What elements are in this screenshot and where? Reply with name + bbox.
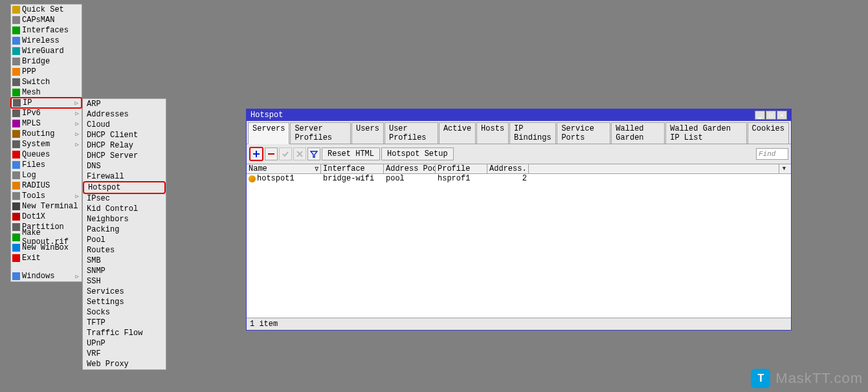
tab-active[interactable]: Active [439,122,476,144]
table-row[interactable]: hotspot1 bridge-wifi pool hsprof1 2 [247,174,791,183]
submenu-item-web-proxy[interactable]: Web Proxy [83,359,166,369]
svg-rect-1 [253,153,260,155]
submenu-item-dhcp-relay[interactable]: DHCP Relay [83,140,166,151]
grid-body[interactable]: hotspot1 bridge-wifi pool hsprof1 2 [247,174,791,318]
sidebar-item-label: Dot1X [22,212,45,221]
sidebar-item-log[interactable]: Log [11,170,82,180]
disable-button[interactable] [293,147,306,160]
wg-icon [12,47,20,55]
watermark: T MaskTT.com [751,369,863,388]
submenu-item-tftp[interactable]: TFTP [83,318,166,328]
submenu-item-upnp[interactable]: UPnP [83,338,166,349]
submenu-item-routes[interactable]: Routes [83,245,166,256]
close-button[interactable]: ✕ [777,111,787,120]
tab-server-profiles[interactable]: Server Profiles [290,122,351,144]
minimize-button[interactable]: ▁ [755,111,765,120]
tab-ip-bindings[interactable]: IP Bindings [509,122,556,144]
submenu-item-settings[interactable]: Settings [83,297,166,307]
tab-cookies[interactable]: Cookies [748,122,789,144]
winbox-icon [12,244,20,252]
submenu-item-packing[interactable]: Packing [83,224,166,235]
submenu-item-hotspot[interactable]: Hotspot [83,181,166,194]
sidebar-item-system[interactable]: System▷ [11,139,82,149]
submenu-item-dhcp-server[interactable]: DHCP Server [83,151,166,161]
column-address-pool[interactable]: Address Pool [384,164,436,173]
sidebar-item-routing[interactable]: Routing▷ [11,129,82,139]
submenu-item-dns[interactable]: DNS [83,161,166,171]
maximize-button[interactable]: ▢ [766,111,776,120]
submenu-item-cloud[interactable]: Cloud [83,120,166,130]
find-input[interactable]: Find [756,148,788,160]
sidebar-item-tools[interactable]: Tools▷ [11,191,82,201]
tab-user-profiles[interactable]: User Profiles [384,122,438,144]
sidebar-item-wireguard[interactable]: WireGuard [11,46,82,56]
filter-button[interactable] [307,147,320,160]
submenu-item-smb[interactable]: SMB [83,256,166,266]
sidebar-item-radius[interactable]: RADIUS [11,180,82,191]
sidebar-item-new-terminal[interactable]: New Terminal [11,201,82,212]
submenu-arrow-icon: ▷ [76,193,80,200]
sidebar-item-switch[interactable]: Switch [11,77,82,87]
column-profile[interactable]: Profile [436,164,487,173]
submenu-item-neighbors[interactable]: Neighbors [83,214,166,224]
sidebar-item-label: Mesh [22,88,41,97]
submenu-item-ipsec[interactable]: IPsec [83,193,166,204]
iface-icon [12,27,20,34]
mesh-icon [12,89,20,96]
tab-users[interactable]: Users [351,122,384,144]
submenu-item-vrf[interactable]: VRF [83,349,166,359]
submenu-item-addresses[interactable]: Addresses [83,109,166,120]
sidebar-item-make-supout-rif[interactable]: Make Supout.rif [11,232,82,243]
tab-servers[interactable]: Servers [248,122,289,144]
watermark-badge: T [751,369,770,388]
sidebar-item-label: Quick Set [22,5,64,14]
submenu-item-dhcp-client[interactable]: DHCP Client [83,130,166,140]
mpls-icon [12,120,20,127]
column-address[interactable]: Address... [487,164,529,173]
sidebar-item-quick-set[interactable]: Quick Set [11,5,82,15]
tab-walled-garden-ip-list[interactable]: Walled Garden IP List [665,122,746,144]
columns-dropdown[interactable]: ▼ [779,164,789,173]
tab-hosts[interactable]: Hosts [476,122,509,144]
sidebar-item-dot1x[interactable]: Dot1X [11,212,82,222]
enable-button[interactable] [279,147,292,160]
sidebar-item-mesh[interactable]: Mesh [11,87,82,98]
submenu-item-firewall[interactable]: Firewall [83,171,166,182]
switch-icon [12,78,20,86]
add-button[interactable] [249,147,263,161]
remove-button[interactable] [265,147,278,160]
sidebar-item-queues[interactable]: Queues [11,149,82,160]
sidebar-item-ip[interactable]: IP▷ [10,97,82,109]
submenu-item-traffic-flow[interactable]: Traffic Flow [83,328,166,338]
sidebar-item-windows[interactable]: Windows▷ [11,271,82,281]
sidebar-item-mpls[interactable]: MPLS▷ [11,118,82,129]
sidebar-item-interfaces[interactable]: Interfaces [11,25,82,36]
submenu-item-socks[interactable]: Socks [83,307,166,318]
sidebar-item-label: New WinBox [22,243,69,252]
submenu-item-kid-control[interactable]: Kid Control [83,204,166,214]
sidebar-item-files[interactable]: Files [11,160,82,170]
svg-rect-2 [268,153,274,155]
reset-html-button[interactable]: Reset HTML [322,147,380,160]
submenu-item-pool[interactable]: Pool [83,235,166,245]
tab-walled-garden[interactable]: Walled Garden [611,122,665,144]
sidebar-item-capsman[interactable]: CAPsMAN [11,15,82,25]
submenu-item-ssh[interactable]: SSH [83,276,166,287]
column-name[interactable]: Name∇ [247,164,321,173]
submenu-item-services[interactable]: Services [83,287,166,297]
dot-icon [12,213,20,221]
sidebar-item-ipv6[interactable]: IPv6▷ [11,108,82,118]
submenu-item-snmp[interactable]: SNMP [83,266,166,276]
column-interface[interactable]: Interface [321,164,384,173]
dialog-titlebar[interactable]: Hotspot ▁ ▢ ✕ [247,109,791,121]
hotspot-setup-button[interactable]: Hotspot Setup [381,147,454,160]
sidebar-item-label: PPP [22,67,36,76]
sidebar-item-bridge[interactable]: Bridge [11,56,82,67]
gear-icon [12,140,20,148]
tab-service-ports[interactable]: Service Ports [557,122,610,144]
sidebar-item-ppp[interactable]: PPP [11,67,82,77]
submenu-item-arp[interactable]: ARP [83,99,166,109]
sidebar-item-exit[interactable]: Exit [11,253,82,263]
ip-submenu: ARPAddressesCloudDHCP ClientDHCP RelayDH… [82,98,166,370]
sidebar-item-wireless[interactable]: Wireless [11,36,82,46]
